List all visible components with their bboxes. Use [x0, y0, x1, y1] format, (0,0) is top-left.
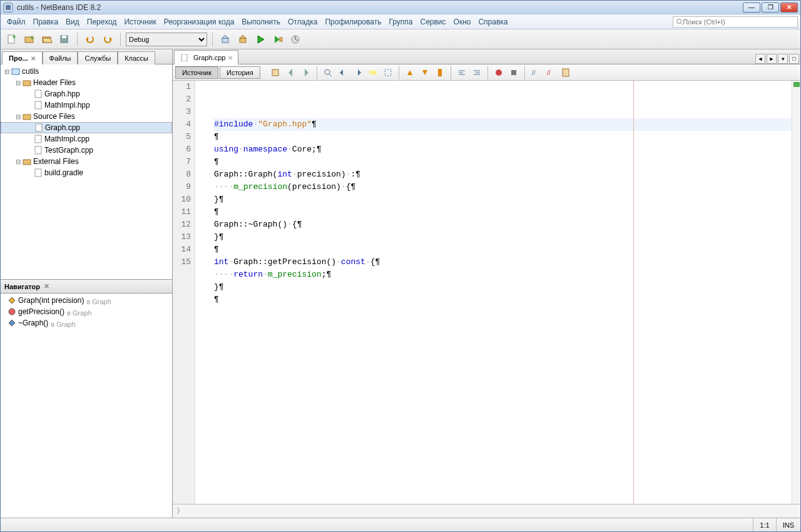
redo-button[interactable]: [100, 32, 115, 47]
tree-file[interactable]: TestGraph.cpp: [1, 145, 172, 156]
caret-position[interactable]: 1:1: [753, 518, 775, 531]
close-icon[interactable]: ✕: [228, 54, 233, 61]
code-line[interactable]: ¶: [214, 156, 792, 168]
code-line[interactable]: ¶: [214, 206, 792, 218]
mode-source[interactable]: Источник: [175, 66, 218, 79]
code-line[interactable]: }¶: [214, 193, 792, 206]
tab-files[interactable]: Файлы: [43, 51, 78, 64]
forward-button[interactable]: [299, 66, 313, 79]
run-button[interactable]: [253, 32, 268, 47]
menu-run[interactable]: Выполнить: [238, 16, 284, 28]
menu-refactor[interactable]: Реорганизация кода: [160, 16, 238, 28]
profile-button[interactable]: [288, 32, 303, 47]
config-select[interactable]: Debug: [126, 33, 207, 46]
tree-file[interactable]: MathImpl.hpp: [1, 100, 172, 111]
new-project-button[interactable]: +: [22, 32, 37, 47]
start-macro-button[interactable]: [492, 66, 506, 79]
tree-folder-sources[interactable]: ⊟Source Files: [1, 111, 172, 122]
code-line[interactable]: ····return·m_precision;¶: [214, 269, 792, 281]
build-button[interactable]: [218, 32, 233, 47]
code-line[interactable]: ¶: [214, 243, 792, 256]
code-line[interactable]: ¶: [214, 294, 792, 306]
close-button[interactable]: ✕: [780, 3, 798, 13]
prev-bookmark-button[interactable]: [403, 66, 417, 79]
tree-file[interactable]: build.gradle: [1, 167, 172, 178]
open-button[interactable]: [39, 32, 54, 47]
find-sel-button[interactable]: [321, 66, 335, 79]
tab-projects[interactable]: Про...✕: [2, 51, 43, 64]
navigator-item[interactable]: ~Graph()в Graph: [1, 317, 172, 329]
code-line[interactable]: Graph::Graph(int·precision)·:¶: [214, 168, 792, 181]
clean-build-button[interactable]: [235, 32, 250, 47]
save-all-button[interactable]: [57, 32, 72, 47]
menu-team[interactable]: Группа: [385, 16, 416, 28]
svg-point-2: [677, 19, 681, 23]
code-line[interactable]: }¶: [214, 231, 792, 243]
maximize-editor-button[interactable]: □: [789, 54, 799, 64]
shift-right-button[interactable]: [470, 66, 484, 79]
tree-file[interactable]: MathImpl.cpp: [1, 133, 172, 145]
back-button[interactable]: [284, 66, 298, 79]
new-file-button[interactable]: +: [4, 32, 19, 47]
last-edit-button[interactable]: [269, 66, 283, 79]
undo-button[interactable]: [83, 32, 98, 47]
code-line[interactable]: int·Graph::getPrecision()·const·{¶: [214, 256, 792, 269]
menu-tools[interactable]: Сервис: [416, 16, 449, 28]
editor-tab[interactable]: Graph.cpp ✕: [174, 50, 238, 64]
goto-header-button[interactable]: [559, 66, 573, 79]
tree-folder-headers[interactable]: ⊟Header Files: [1, 77, 172, 88]
show-list-button[interactable]: ▾: [778, 54, 788, 64]
toggle-bookmark-button[interactable]: [433, 66, 447, 79]
tab-services[interactable]: Службы: [78, 51, 118, 64]
tree-file[interactable]: Graph.hpp: [1, 88, 172, 100]
mode-history[interactable]: История: [220, 66, 260, 79]
menu-edit[interactable]: Правка: [29, 16, 63, 28]
code-line[interactable]: #include·"Graph.hpp"¶: [214, 118, 792, 131]
code-text[interactable]: #include·"Graph.hpp"¶¶using·namespace·Co…: [195, 81, 792, 504]
close-icon[interactable]: ✕: [44, 282, 49, 290]
uncomment-button[interactable]: //: [544, 66, 558, 79]
maximize-button[interactable]: ❐: [762, 3, 779, 13]
menu-debug[interactable]: Отладка: [284, 16, 321, 28]
minimize-button[interactable]: —: [743, 3, 760, 13]
navigator-item[interactable]: getPrecision()в Graph: [1, 306, 172, 317]
tab-classes[interactable]: Классы: [118, 51, 155, 64]
project-tree[interactable]: ⊟cutils ⊟Header Files Graph.hpp MathImpl…: [1, 64, 172, 279]
search-input[interactable]: [683, 18, 795, 26]
comment-button[interactable]: //: [529, 66, 543, 79]
toggle-rect-sel-button[interactable]: [381, 66, 395, 79]
code-line[interactable]: Graph::~Graph()·{¶: [214, 218, 792, 231]
menu-file[interactable]: Файл: [3, 16, 29, 28]
menu-goto[interactable]: Переход: [83, 16, 121, 28]
close-icon[interactable]: ✕: [31, 55, 36, 62]
tree-folder-external[interactable]: ⊟External Files: [1, 156, 172, 167]
error-stripe[interactable]: [792, 81, 800, 504]
navigator-item[interactable]: Graph(int precision)в Graph: [1, 295, 172, 306]
code-line[interactable]: }¶: [214, 281, 792, 294]
next-bookmark-button[interactable]: [418, 66, 432, 79]
navigator-list[interactable]: Graph(int precision)в GraphgetPrecision(…: [1, 294, 172, 518]
stop-macro-button[interactable]: [507, 66, 521, 79]
debug-button[interactable]: [270, 32, 285, 47]
menu-source[interactable]: Источник: [120, 16, 160, 28]
code-line[interactable]: using·namespace·Core;¶: [214, 143, 792, 156]
breadcrumb-bar[interactable]: 》: [173, 504, 800, 518]
menu-help[interactable]: Справка: [474, 16, 511, 28]
menu-window[interactable]: Окно: [450, 16, 475, 28]
insert-mode[interactable]: INS: [776, 518, 800, 531]
scroll-left-button[interactable]: ◄: [755, 54, 765, 64]
code-area[interactable]: 123456789101112131415 #include·"Graph.hp…: [173, 81, 800, 504]
line-gutter[interactable]: 123456789101112131415: [173, 81, 195, 504]
find-prev-button[interactable]: [336, 66, 350, 79]
global-search[interactable]: [673, 16, 798, 28]
code-line[interactable]: ¶: [214, 131, 792, 143]
code-line[interactable]: ····m_precision(precision)·{¶: [214, 181, 792, 193]
toggle-highlight-button[interactable]: [366, 66, 380, 79]
shift-left-button[interactable]: [455, 66, 469, 79]
menu-profile[interactable]: Профилировать: [321, 16, 385, 28]
tree-project-root[interactable]: ⊟cutils: [1, 66, 172, 77]
find-next-button[interactable]: [351, 66, 365, 79]
menu-view[interactable]: Вид: [62, 16, 83, 28]
tree-file-active[interactable]: Graph.cpp: [1, 122, 172, 133]
scroll-right-button[interactable]: ►: [767, 54, 777, 64]
